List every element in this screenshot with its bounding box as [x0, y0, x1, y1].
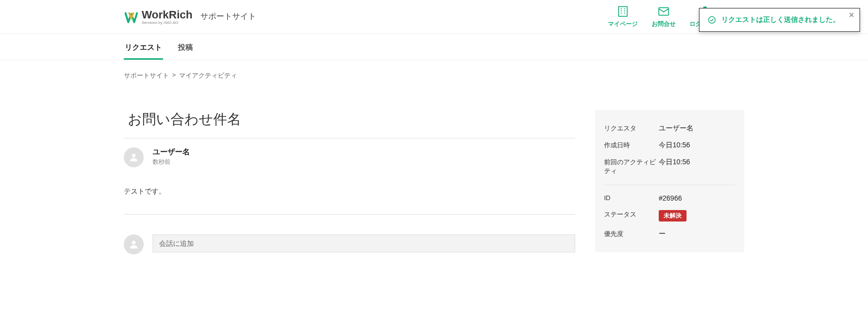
site-title[interactable]: サポートサイト	[200, 11, 256, 22]
tabs: リクエスト 投稿	[124, 34, 744, 60]
status-badge: 未解決	[659, 210, 687, 222]
tabs-bar: リクエスト 投稿	[0, 34, 868, 60]
meta-sidebar: リクエスタ ユーザー名 作成日時 今日10:56 前回のアクティビティ 今日10…	[595, 110, 744, 254]
building-icon	[616, 5, 629, 18]
page-title: お問い合わせ件名	[128, 110, 575, 129]
reply-input[interactable]	[153, 234, 575, 252]
svg-point-10	[132, 241, 135, 244]
comment-time: 数秒前	[153, 158, 190, 166]
meta-id-label: ID	[604, 194, 659, 202]
logo-mark-icon	[124, 9, 139, 24]
meta-status-label: ステータス	[604, 210, 659, 222]
toast-message: リクエストは正しく送信されました。	[721, 15, 840, 24]
svg-point-9	[132, 154, 135, 157]
meta-created-label: 作成日時	[604, 141, 659, 150]
nav-contact[interactable]: お問合せ	[652, 5, 676, 28]
brand-name: WorkRich	[142, 8, 192, 21]
check-circle-icon	[707, 15, 716, 24]
comment: ユーザー名 数秒前	[124, 138, 575, 177]
tab-posts[interactable]: 投稿	[177, 36, 194, 60]
meta-id: #26966	[659, 194, 682, 202]
breadcrumb-home[interactable]: サポートサイト	[124, 71, 169, 80]
breadcrumb-current: マイアクティビティ	[179, 71, 237, 80]
envelope-icon	[657, 5, 670, 18]
breadcrumb: サポートサイト > マイアクティビティ	[124, 60, 744, 85]
comment-body: テストです。	[124, 177, 575, 214]
request-thread: お問い合わせ件名 ユーザー名 数秒前 テストです。	[124, 110, 575, 254]
comment-user: ユーザー名	[153, 147, 190, 157]
toast-success: リクエストは正しく送信されました。 ✕	[699, 8, 860, 32]
nav-contact-label: お問合せ	[652, 20, 676, 28]
meta-created: 今日10:56	[659, 141, 690, 150]
meta-panel: リクエスタ ユーザー名 作成日時 今日10:56 前回のアクティビティ 今日10…	[595, 110, 744, 252]
nav-mypage[interactable]: マイページ	[608, 5, 638, 28]
breadcrumb-sep: >	[172, 71, 176, 80]
reply-avatar	[124, 234, 144, 254]
user-icon	[128, 239, 139, 250]
svg-rect-7	[659, 7, 669, 15]
comment-avatar	[124, 147, 144, 167]
main-content: お問い合わせ件名 ユーザー名 数秒前 テストです。	[124, 85, 744, 254]
meta-updated-label: 前回のアクティビティ	[604, 158, 659, 176]
meta-requester: ユーザー名	[659, 124, 694, 133]
svg-rect-0	[618, 6, 627, 16]
meta-requester-label: リクエスタ	[604, 124, 659, 133]
meta-priority-label: 優先度	[604, 229, 659, 238]
reply-row	[124, 215, 575, 254]
svg-point-11	[708, 16, 715, 23]
user-icon	[128, 152, 139, 163]
meta-priority: ー	[659, 229, 666, 238]
nav-mypage-label: マイページ	[608, 20, 638, 28]
toast-close-button[interactable]: ✕	[849, 11, 855, 18]
tab-requests[interactable]: リクエスト	[124, 36, 163, 60]
meta-updated: 今日10:56	[659, 158, 690, 176]
brand-logo[interactable]: WorkRich Serviced by ISID-AO	[124, 8, 192, 25]
meta-divider	[604, 185, 735, 185]
